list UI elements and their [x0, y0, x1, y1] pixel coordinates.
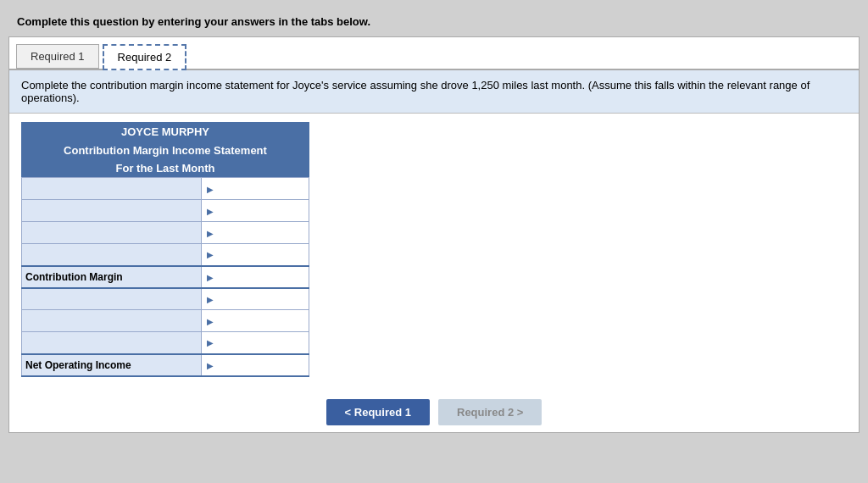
arrow-icon-4: ▶: [207, 250, 214, 259]
bottom-navigation: < Required 1 Required 2 >: [9, 389, 859, 432]
row6-input-cell: ▶: [201, 288, 309, 310]
contribution-margin-input-cell: ▶: [201, 266, 309, 288]
arrow-icon-1: ▶: [207, 184, 214, 193]
row7-label: [22, 310, 202, 332]
table-period: For the Last Month: [21, 159, 309, 177]
table-row: ▶: [22, 288, 309, 310]
row4-label: [22, 244, 202, 266]
table-title: Contribution Margin Income Statement: [21, 142, 309, 159]
prev-button[interactable]: < Required 1: [326, 399, 430, 425]
question-description: Complete the contribution margin income …: [9, 70, 859, 114]
row7-input[interactable]: [205, 315, 305, 327]
row1-label: [22, 178, 202, 200]
row1-input-cell: ▶: [201, 178, 309, 200]
arrow-icon-noi: ▶: [207, 360, 214, 369]
row8-input[interactable]: [205, 336, 305, 348]
table-row: ▶: [22, 332, 309, 354]
table-row: ▶: [22, 244, 309, 266]
table-row: ▶: [22, 222, 309, 244]
tab-required-2[interactable]: Required 2: [103, 44, 187, 70]
row4-input-cell: ▶: [201, 244, 309, 266]
tabs-row: Required 1 Required 2: [9, 37, 859, 70]
net-operating-income-input-cell: ▶: [201, 354, 309, 376]
row6-input[interactable]: [205, 293, 305, 305]
arrow-icon-6: ▶: [207, 294, 214, 303]
row8-label: [22, 332, 202, 354]
row2-label: [22, 200, 202, 222]
table-row: ▶: [22, 310, 309, 332]
content-area: JOYCE MURPHY Contribution Margin Income …: [9, 114, 859, 389]
contribution-margin-label: Contribution Margin: [22, 266, 202, 288]
company-name: JOYCE MURPHY: [21, 122, 309, 142]
instruction-text: Complete this question by entering your …: [17, 15, 370, 28]
arrow-icon-3: ▶: [207, 228, 214, 237]
row7-input-cell: ▶: [201, 310, 309, 332]
row8-input-cell: ▶: [201, 332, 309, 354]
income-statement-wrapper: JOYCE MURPHY Contribution Margin Income …: [21, 122, 309, 377]
row2-input-cell: ▶: [201, 200, 309, 222]
arrow-icon-7: ▶: [207, 316, 214, 325]
row2-input[interactable]: [205, 205, 305, 217]
tab-required-1[interactable]: Required 1: [16, 44, 99, 69]
contribution-margin-row: Contribution Margin ▶: [22, 266, 309, 288]
row3-input[interactable]: [205, 227, 305, 239]
arrow-icon-8: ▶: [207, 338, 214, 347]
next-button: Required 2 >: [438, 399, 542, 425]
row6-label: [22, 288, 202, 310]
table-row: ▶: [22, 178, 309, 200]
net-operating-income-row: Net Operating Income ▶: [22, 354, 309, 376]
row3-input-cell: ▶: [201, 222, 309, 244]
row4-input[interactable]: [205, 248, 305, 260]
net-operating-income-input[interactable]: [205, 359, 305, 371]
row1-input[interactable]: [205, 183, 305, 195]
contribution-margin-input[interactable]: [205, 271, 305, 283]
income-table: ▶ ▶: [21, 177, 309, 377]
table-row: ▶: [22, 200, 309, 222]
row3-label: [22, 222, 202, 244]
arrow-icon-cm: ▶: [207, 272, 214, 281]
net-operating-income-label: Net Operating Income: [22, 354, 202, 376]
arrow-icon-2: ▶: [207, 206, 214, 215]
